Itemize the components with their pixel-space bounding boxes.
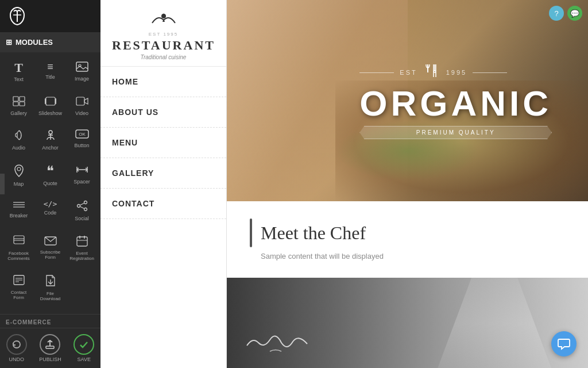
event-module-icon [76,235,88,248]
bottom-bar: UNDO PUBLISH SAVE [0,328,100,368]
logo-bird-decoration [112,12,215,32]
slideshow-module-icon [44,96,57,108]
map-module-icon [14,164,24,179]
module-breaker[interactable]: Breaker [3,195,34,229]
breaker-module-label: Breaker [10,213,28,218]
publish-btn-circle[interactable] [40,334,60,355]
audio-module-icon [13,129,25,143]
svg-rect-22 [14,236,24,244]
file-download-module-label: File Download [37,291,63,301]
module-file-download[interactable]: File Download [35,270,65,309]
subscribe-module-icon [44,235,57,247]
chat-icon-btn[interactable]: 💬 [567,6,582,21]
module-subscribe[interactable]: Subscribe Form [35,231,65,269]
nav-item-contact[interactable]: CONTACT [100,189,226,219]
save-button[interactable]: SAVE [74,334,94,362]
hero-overlay: EST 1995 ORGANIC PREMIUM QUALITY [359,62,552,139]
module-text[interactable]: T Text [3,57,34,90]
module-image[interactable]: Image [67,57,97,90]
text-module-label: Text [14,76,24,82]
contact-form-module-label: Contact Form [6,290,32,300]
quote-module-label: Quote [43,181,57,186]
social-module-icon [76,200,88,213]
svg-rect-6 [46,97,55,105]
grid-icon: ⊞ [6,38,12,47]
logo-name: RESTAURANT [112,38,215,53]
svg-point-17 [84,201,87,204]
chef-signature [244,325,313,358]
nav-item-menu[interactable]: MENU [100,128,226,158]
module-contact-form[interactable]: Contact Form [3,270,34,309]
anchor-module-icon [45,129,56,143]
undo-label: UNDO [9,356,24,362]
spacer-module-label: Spacer [74,179,90,185]
module-anchor[interactable]: Anchor [35,125,65,159]
module-title[interactable]: ≡ Title [35,57,65,90]
button-module-icon: OK [75,129,89,140]
text-module-icon: T [14,62,23,74]
modules-label: MODULES [16,38,53,47]
module-event[interactable]: Event Registration [67,231,97,269]
module-map[interactable]: Map [3,160,34,195]
collapse-panel-button[interactable]: ‹ [0,174,5,194]
module-audio[interactable]: Audio [3,125,34,159]
svg-text:OK: OK [79,132,86,137]
chef-section-title: Meet the Chef [261,223,366,244]
nav-item-home[interactable]: HOME [100,67,226,97]
module-button[interactable]: OK Button [67,125,97,159]
publish-label: PUBLISH [39,356,61,362]
module-gallery[interactable]: Gallery [3,91,34,124]
content-area: EST 1995 ORGANIC PREMIUM QUALITY Meet th… [227,0,588,368]
left-panel: ⊞ MODULES ‹ T Text ≡ Title Image Gallery [0,0,100,368]
module-code[interactable]: </> Code [35,195,65,229]
chat-fab-button[interactable] [551,331,577,356]
spacer-module-icon [76,164,88,177]
restaurant-logo: EST 1995 RESTAURANT Traditional cuisine [100,0,226,67]
publish-button[interactable]: PUBLISH [39,334,61,362]
module-video[interactable]: Video [67,91,97,124]
svg-point-19 [84,208,87,211]
chef-section: Meet the Chef Sample content that will b… [227,201,588,278]
chef-image-section [227,278,588,368]
title-module-label: Title [45,74,55,80]
hero-est-label: EST [400,69,417,76]
facebook-module-icon [13,235,25,248]
nav-panel: EST 1995 RESTAURANT Traditional cuisine … [100,0,227,368]
facebook-module-label: Facebook Comments [6,251,32,261]
module-slideshow[interactable]: Slideshow [35,91,65,124]
module-social[interactable]: Social [67,195,97,229]
svg-line-21 [80,206,84,209]
code-module-label: Code [44,210,57,216]
svg-rect-4 [13,102,18,106]
svg-rect-5 [20,102,25,106]
module-facebook[interactable]: Facebook Comments [3,231,34,269]
title-module-icon: ≡ [47,62,53,72]
save-btn-circle[interactable] [74,334,94,355]
svg-point-10 [49,131,52,134]
svg-point-13 [17,167,21,171]
hero-line-left [359,72,394,73]
module-spacer[interactable]: Spacer [67,160,97,195]
svg-rect-2 [13,97,18,101]
module-quote[interactable]: ❝ Quote [35,160,65,195]
help-icon-btn[interactable]: ? [549,6,564,21]
navigation: HOME ABOUT US MENU GALLERY CONTACT [100,67,226,368]
nav-item-about[interactable]: ABOUT US [100,97,226,128]
slideshow-module-label: Slideshow [38,110,62,116]
hero-title: ORGANIC [359,86,552,121]
svg-rect-9 [76,97,84,105]
video-module-icon [76,96,88,108]
app-logo [6,5,29,28]
contact-form-module-icon [13,274,25,288]
modules-header: ⊞ MODULES [0,32,100,52]
map-module-label: Map [14,181,24,187]
undo-btn-circle[interactable] [6,334,27,355]
social-module-label: Social [75,216,89,221]
hero-utensils-icon [423,62,440,83]
subscribe-module-label: Subscribe Form [37,250,63,260]
undo-button[interactable]: UNDO [6,334,27,362]
hero-year-label: 1995 [446,69,467,76]
chef-section-subtitle: Sample content that will be displayed [261,252,565,260]
svg-rect-26 [77,237,87,246]
nav-item-gallery[interactable]: GALLERY [100,158,226,189]
